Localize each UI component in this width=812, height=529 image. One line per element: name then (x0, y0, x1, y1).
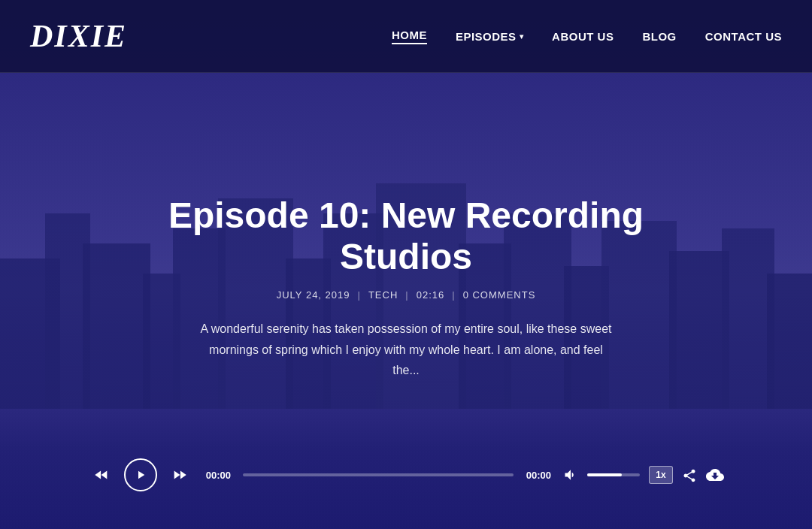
total-time: 00:00 (523, 470, 554, 481)
nav-blog[interactable]: BLOG (642, 30, 676, 43)
fast-forward-button[interactable] (166, 461, 193, 488)
episode-category: TECH (368, 289, 398, 301)
episode-title: Episode 10: New Recording Studios (143, 195, 669, 277)
speed-button[interactable]: 1x (649, 466, 672, 484)
meta-sep-3: | (452, 289, 455, 301)
play-button[interactable] (124, 458, 157, 491)
hero-content: Episode 10: New Recording Studios JULY 2… (143, 195, 669, 380)
download-button[interactable] (706, 466, 724, 484)
episode-meta: JULY 24, 2019 | TECH | 02:16 | 0 COMMENT… (143, 289, 669, 301)
share-button[interactable] (682, 467, 697, 482)
episode-description: A wonderful serenity has taken possessio… (195, 319, 617, 380)
current-time: 00:00 (202, 470, 234, 481)
main-nav: HOME EPISODES ▾ ABOUT US BLOG CONTACT US (392, 29, 782, 44)
volume-slider[interactable] (587, 473, 640, 476)
header: Dixie HOME EPISODES ▾ ABOUT US BLOG CONT… (0, 0, 812, 73)
episode-duration: 02:16 (417, 289, 445, 301)
rewind-button[interactable] (88, 461, 115, 488)
meta-sep-1: | (358, 289, 361, 301)
nav-home[interactable]: HOME (392, 29, 427, 44)
logo[interactable]: Dixie (30, 18, 127, 54)
episode-date: JULY 24, 2019 (277, 289, 350, 301)
nav-about[interactable]: ABOUT US (552, 30, 614, 43)
nav-episodes[interactable]: EPISODES ▾ (456, 30, 523, 43)
nav-contact[interactable]: CONTACT US (705, 30, 782, 43)
episode-comments: 0 COMMENTS (463, 289, 536, 301)
volume-fill (587, 473, 622, 476)
dropdown-arrow-icon: ▾ (520, 32, 524, 41)
volume-icon (563, 467, 578, 482)
progress-bar-container[interactable] (243, 473, 514, 476)
meta-sep-2: | (405, 289, 408, 301)
audio-player: 00:00 00:00 1x (0, 458, 812, 491)
